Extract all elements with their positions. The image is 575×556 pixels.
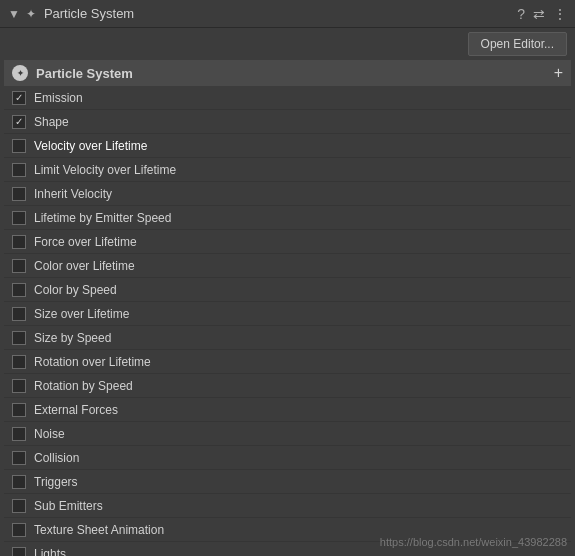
panel: ✦ Particle System + EmissionShapeVelocit…: [0, 60, 575, 556]
title-bar-icons: ▼ ✦: [8, 7, 36, 21]
open-editor-button[interactable]: Open Editor...: [468, 32, 567, 56]
module-item[interactable]: Rotation by Speed: [4, 374, 571, 398]
module-checkbox-collision[interactable]: [12, 451, 26, 465]
module-label-force-over-lifetime: Force over Lifetime: [34, 235, 137, 249]
module-item[interactable]: Shape: [4, 110, 571, 134]
module-checkbox-color-by-speed[interactable]: [12, 283, 26, 297]
module-item[interactable]: Force over Lifetime: [4, 230, 571, 254]
particle-icon: ✦: [26, 7, 36, 21]
module-item[interactable]: Noise: [4, 422, 571, 446]
title-bar-actions: ? ⇄ ⋮: [517, 6, 567, 22]
dropdown-icon[interactable]: ▼: [8, 7, 20, 21]
module-label-shape: Shape: [34, 115, 69, 129]
module-checkbox-size-over-lifetime[interactable]: [12, 307, 26, 321]
module-item[interactable]: Lifetime by Emitter Speed: [4, 206, 571, 230]
module-checkbox-rotation-over-lifetime[interactable]: [12, 355, 26, 369]
module-item[interactable]: External Forces: [4, 398, 571, 422]
module-label-collision: Collision: [34, 451, 79, 465]
module-label-limit-velocity-over-lifetime: Limit Velocity over Lifetime: [34, 163, 176, 177]
module-checkbox-color-over-lifetime[interactable]: [12, 259, 26, 273]
module-label-velocity-over-lifetime: Velocity over Lifetime: [34, 139, 147, 153]
module-label-external-forces: External Forces: [34, 403, 118, 417]
module-label-rotation-by-speed: Rotation by Speed: [34, 379, 133, 393]
module-item[interactable]: Velocity over Lifetime: [4, 134, 571, 158]
module-label-inherit-velocity: Inherit Velocity: [34, 187, 112, 201]
module-label-lights: Lights: [34, 547, 66, 557]
particle-system-header: ✦ Particle System +: [4, 60, 571, 86]
module-checkbox-texture-sheet-animation[interactable]: [12, 523, 26, 537]
module-item[interactable]: Rotation over Lifetime: [4, 350, 571, 374]
module-item[interactable]: Triggers: [4, 470, 571, 494]
module-item[interactable]: Collision: [4, 446, 571, 470]
particle-system-icon: ✦: [12, 65, 28, 81]
toolbar: Open Editor...: [0, 28, 575, 60]
module-checkbox-emission[interactable]: [12, 91, 26, 105]
add-module-icon[interactable]: +: [554, 64, 563, 82]
module-checkbox-inherit-velocity[interactable]: [12, 187, 26, 201]
module-item[interactable]: Color by Speed: [4, 278, 571, 302]
module-label-lifetime-by-emitter-speed: Lifetime by Emitter Speed: [34, 211, 171, 225]
module-item[interactable]: Inherit Velocity: [4, 182, 571, 206]
module-item[interactable]: Color over Lifetime: [4, 254, 571, 278]
module-label-rotation-over-lifetime: Rotation over Lifetime: [34, 355, 151, 369]
module-label-size-by-speed: Size by Speed: [34, 331, 111, 345]
module-checkbox-external-forces[interactable]: [12, 403, 26, 417]
module-checkbox-noise[interactable]: [12, 427, 26, 441]
module-list: EmissionShapeVelocity over LifetimeLimit…: [4, 86, 571, 556]
module-checkbox-size-by-speed[interactable]: [12, 331, 26, 345]
module-item[interactable]: Size by Speed: [4, 326, 571, 350]
module-checkbox-limit-velocity-over-lifetime[interactable]: [12, 163, 26, 177]
module-item[interactable]: Sub Emitters: [4, 494, 571, 518]
module-label-color-by-speed: Color by Speed: [34, 283, 117, 297]
module-checkbox-lights[interactable]: [12, 547, 26, 557]
module-item[interactable]: Limit Velocity over Lifetime: [4, 158, 571, 182]
help-icon[interactable]: ?: [517, 6, 525, 22]
module-checkbox-shape[interactable]: [12, 115, 26, 129]
module-label-size-over-lifetime: Size over Lifetime: [34, 307, 129, 321]
module-label-triggers: Triggers: [34, 475, 78, 489]
module-label-sub-emitters: Sub Emitters: [34, 499, 103, 513]
settings-icon[interactable]: ⇄: [533, 6, 545, 22]
module-label-emission: Emission: [34, 91, 83, 105]
module-label-texture-sheet-animation: Texture Sheet Animation: [34, 523, 164, 537]
module-checkbox-sub-emitters[interactable]: [12, 499, 26, 513]
title-bar: ▼ ✦ Particle System ? ⇄ ⋮: [0, 0, 575, 28]
watermark: https://blog.csdn.net/weixin_43982288: [380, 536, 567, 548]
module-label-noise: Noise: [34, 427, 65, 441]
module-checkbox-force-over-lifetime[interactable]: [12, 235, 26, 249]
module-item[interactable]: Emission: [4, 86, 571, 110]
window-title: Particle System: [44, 6, 517, 21]
module-checkbox-velocity-over-lifetime[interactable]: [12, 139, 26, 153]
module-checkbox-rotation-by-speed[interactable]: [12, 379, 26, 393]
module-item[interactable]: Size over Lifetime: [4, 302, 571, 326]
module-checkbox-lifetime-by-emitter-speed[interactable]: [12, 211, 26, 225]
particle-system-header-title: Particle System: [36, 66, 133, 81]
module-label-color-over-lifetime: Color over Lifetime: [34, 259, 135, 273]
more-icon[interactable]: ⋮: [553, 6, 567, 22]
module-checkbox-triggers[interactable]: [12, 475, 26, 489]
